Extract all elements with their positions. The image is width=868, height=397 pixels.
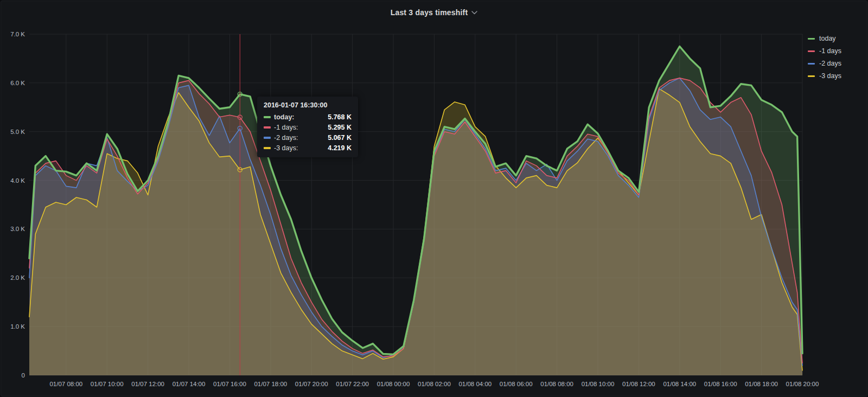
legend-dash — [808, 63, 815, 65]
y-axis-label: 0 — [22, 372, 25, 379]
grafana-panel: Last 3 days timeshift 01.0 K2.0 K3.0 K4.… — [1, 1, 867, 396]
tooltip-series-swatch — [264, 126, 271, 129]
tooltip-series-label: -3 days: — [274, 144, 304, 152]
x-axis-label: 01/08 02:00 — [418, 381, 451, 387]
x-axis-label: 01/08 06:00 — [500, 381, 533, 387]
x-axis-label: 01/07 18:00 — [254, 381, 287, 387]
x-axis-label: 01/08 08:00 — [540, 381, 573, 387]
panel-header: Last 3 days timeshift — [1, 1, 867, 24]
x-axis-label: 01/07 08:00 — [49, 381, 82, 387]
tooltip-row: -2 days:5.067 K — [264, 134, 352, 142]
tooltip-series-swatch — [264, 147, 271, 149]
timeseries-chart[interactable]: 01.0 K2.0 K3.0 K4.0 K5.0 K6.0 K7.0 K01/0… — [1, 1, 868, 397]
panel-title-text: Last 3 days timeshift — [391, 8, 468, 17]
x-axis-label: 01/08 04:00 — [458, 381, 492, 387]
x-axis-label: 01/08 00:00 — [377, 381, 410, 387]
panel-title[interactable]: Last 3 days timeshift — [391, 8, 478, 17]
tooltip-timestamp: 2016-01-07 16:30:00 — [264, 101, 352, 109]
tooltip-series-label: today: — [274, 113, 304, 121]
legend-label: -1 days — [819, 47, 841, 55]
y-axis-label: 7.0 K — [10, 31, 25, 37]
tooltip-rows: today:5.768 K-1 days:5.295 K-2 days:5.06… — [264, 113, 352, 152]
x-axis-label: 01/07 12:00 — [131, 381, 164, 387]
x-axis-label: 01/08 14:00 — [663, 381, 696, 387]
y-axis-label: 4.0 K — [10, 177, 25, 184]
tooltip-series-value: 5.067 K — [328, 134, 352, 142]
legend-label: today — [819, 35, 836, 42]
x-axis-label: 01/08 18:00 — [745, 381, 778, 387]
tooltip-series-value: 4.219 K — [328, 144, 352, 152]
x-axis-label: 01/07 14:00 — [173, 381, 206, 387]
legend-item--3-days[interactable]: -3 days — [808, 72, 841, 80]
tooltip-series-swatch — [264, 137, 271, 139]
legend-item-today[interactable]: today — [808, 35, 841, 42]
legend-dash — [808, 50, 815, 52]
y-axis-label: 2.0 K — [10, 274, 25, 281]
legend-dash — [808, 75, 815, 77]
x-axis-label: 01/07 16:00 — [213, 381, 246, 387]
legend-item--2-days[interactable]: -2 days — [808, 60, 841, 67]
tooltip: 2016-01-07 16:30:00 today:5.768 K-1 days… — [257, 97, 358, 157]
tooltip-row: -1 days:5.295 K — [264, 124, 352, 131]
x-axis-label: 01/08 10:00 — [582, 381, 615, 387]
tooltip-series-swatch — [264, 116, 271, 118]
tooltip-series-value: 5.768 K — [328, 113, 352, 121]
tooltip-row: today:5.768 K — [264, 113, 352, 121]
legend-label: -3 days — [819, 72, 841, 80]
y-axis-label: 6.0 K — [10, 80, 25, 86]
x-axis-label: 01/08 16:00 — [704, 381, 737, 387]
tooltip-series-value: 5.295 K — [328, 124, 352, 131]
x-axis-label: 01/08 12:00 — [622, 381, 655, 387]
legend-dash — [808, 38, 815, 40]
series-areas — [29, 47, 802, 376]
x-axis-label: 01/07 20:00 — [295, 381, 328, 387]
y-axis-label: 3.0 K — [10, 226, 25, 232]
chevron-down-icon — [471, 11, 477, 15]
legend: today-1 days-2 days-3 days — [808, 35, 841, 80]
x-axis-label: 01/07 22:00 — [336, 381, 369, 387]
tooltip-series-label: -2 days: — [274, 134, 304, 142]
legend-item--1-days[interactable]: -1 days — [808, 47, 841, 55]
y-axis-label: 5.0 K — [10, 129, 25, 135]
legend-label: -2 days — [819, 60, 841, 67]
x-axis-label: 01/07 10:00 — [91, 381, 124, 387]
tooltip-series-label: -1 days: — [274, 124, 304, 131]
y-axis-label: 1.0 K — [10, 323, 25, 330]
x-axis-label: 01/08 20:00 — [786, 381, 819, 387]
tooltip-row: -3 days:4.219 K — [264, 144, 352, 152]
